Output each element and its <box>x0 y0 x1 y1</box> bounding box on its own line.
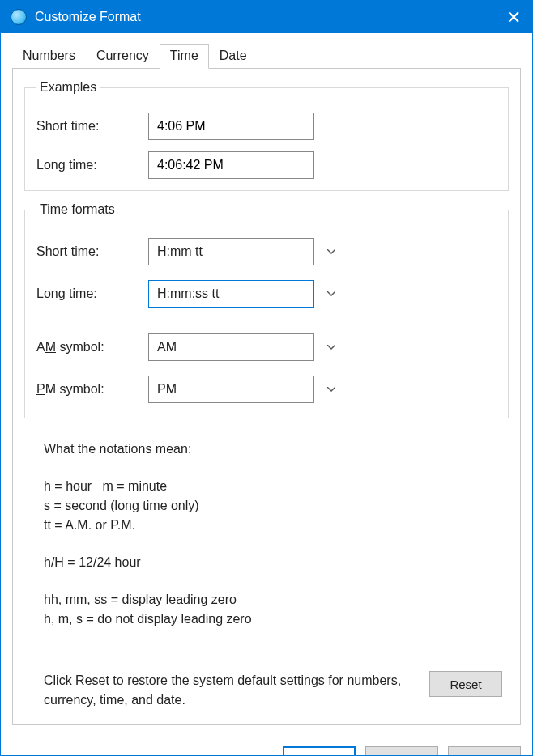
long-time-format-combo[interactable] <box>148 280 314 308</box>
reset-button[interactable]: Reset <box>429 671 502 697</box>
tab-currency[interactable]: Currency <box>86 44 160 69</box>
long-time-example-value: 4:06:42 PM <box>148 151 314 179</box>
apply-button[interactable]: Apply <box>448 746 521 756</box>
chevron-down-icon[interactable] <box>327 376 335 402</box>
reset-description: Click Reset to restore the system defaul… <box>44 671 429 710</box>
dialog-buttons: OK Cancel Apply <box>1 737 532 756</box>
long-time-example-label: Long time: <box>36 158 148 172</box>
pm-symbol-combo[interactable] <box>148 376 314 403</box>
ok-button[interactable]: OK <box>283 746 356 756</box>
tab-time[interactable]: Time <box>160 44 209 69</box>
pm-symbol-label: PM symbol: <box>36 382 148 397</box>
short-time-example-value: 4:06 PM <box>148 113 314 140</box>
examples-group: Examples Short time: 4:06 PM Long time: … <box>24 80 509 191</box>
cancel-button[interactable]: Cancel <box>365 746 438 756</box>
pm-symbol-input[interactable] <box>149 382 327 397</box>
tab-numbers[interactable]: Numbers <box>12 44 86 69</box>
short-time-format-combo[interactable] <box>148 238 314 265</box>
short-time-format-input[interactable] <box>149 244 327 259</box>
title-bar: Customize Format ✕ <box>1 1 532 33</box>
window-title: Customize Format <box>35 10 141 24</box>
time-formats-legend: Time formats <box>36 202 118 217</box>
examples-legend: Examples <box>36 80 100 95</box>
chevron-down-icon[interactable] <box>327 334 335 360</box>
chevron-down-icon[interactable] <box>327 281 335 307</box>
short-time-format-label: Short time: <box>36 244 148 259</box>
am-symbol-combo[interactable] <box>148 333 314 361</box>
time-page: Examples Short time: 4:06 PM Long time: … <box>12 68 521 725</box>
am-symbol-label: AM symbol: <box>36 340 148 355</box>
short-time-example-label: Short time: <box>36 119 148 134</box>
chevron-down-icon[interactable] <box>327 239 335 265</box>
long-time-format-label: Long time: <box>36 287 148 301</box>
close-icon[interactable]: ✕ <box>506 7 521 28</box>
notation-text: What the notations mean: h = hour m = mi… <box>24 430 509 650</box>
tab-date[interactable]: Date <box>209 44 258 69</box>
am-symbol-input[interactable] <box>149 340 327 355</box>
app-icon <box>11 9 27 25</box>
time-formats-group: Time formats Short time: Long time: <box>24 202 509 418</box>
long-time-format-input[interactable] <box>149 287 327 301</box>
tab-strip: Numbers Currency Time Date <box>1 33 532 68</box>
